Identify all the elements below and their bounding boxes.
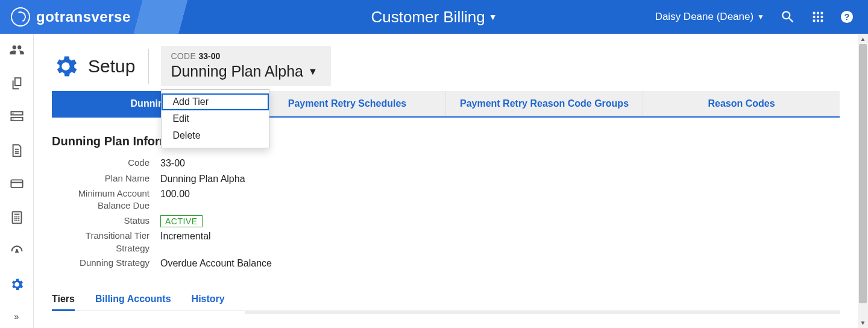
info-row-dunning-strategy: Dunning Strategy Overdue Account Balance [52, 257, 840, 270]
user-label: Daisy Deane (Deane) [655, 11, 753, 23]
info-row-trans-strategy: Transitional Tier Strategy Incremental [52, 230, 840, 254]
info-label: Minimum Account Balance Due [52, 188, 160, 212]
tab-payment-retry-schedules[interactable]: Payment Retry Schedules [248, 91, 445, 116]
topbar-right: Daisy Deane (Deane) ▼ ? [655, 9, 868, 25]
caret-down-icon: ▼ [757, 13, 764, 21]
info-value: 100.00 [160, 188, 190, 201]
info-label: Dunning Strategy [52, 257, 160, 269]
rail-expand-button[interactable]: » [0, 310, 34, 323]
tab-payment-retry-groups[interactable]: Payment Retry Reason Code Groups [445, 91, 643, 116]
subtab-history[interactable]: History [192, 294, 225, 311]
scroll-up-arrow[interactable]: ▲ [858, 34, 868, 44]
help-icon[interactable]: ? [840, 10, 854, 24]
info-row-plan-name: Plan Name Dunning Plan Alpha [52, 172, 840, 186]
subtab-billing-accounts[interactable]: Billing Accounts [95, 294, 171, 311]
setup-gear-large-icon [52, 52, 80, 80]
info-row-code: Code 33-00 [52, 157, 840, 170]
info-value: ACTIVE [160, 215, 203, 228]
svg-rect-4 [11, 180, 22, 188]
copy-icon[interactable] [9, 76, 25, 92]
subtabs: Tiers Billing Accounts History [52, 294, 840, 311]
info-value: Dunning Plan Alpha [160, 172, 245, 186]
user-menu[interactable]: Daisy Deane (Deane) ▼ [655, 11, 764, 23]
module-label: Customer Billing [371, 8, 485, 27]
svg-rect-5 [12, 212, 21, 223]
tab-reason-codes[interactable]: Reason Codes [643, 91, 840, 116]
menu-item-edit[interactable]: Edit [162, 110, 269, 127]
vertical-scrollbar[interactable]: ▲ ▼ [858, 34, 868, 328]
plan-selector[interactable]: CODE 33-00 Dunning Plan Alpha ▼ [161, 46, 330, 86]
page-header: Setup CODE 33-00 Dunning Plan Alpha ▼ Ad… [52, 46, 840, 86]
brand-area: gotransverse [0, 0, 205, 34]
header-divider [148, 49, 149, 84]
plan-info-grid: Code 33-00 Plan Name Dunning Plan Alpha … [52, 157, 840, 270]
caret-down-icon: ▼ [308, 66, 318, 77]
info-value: Overdue Account Balance [160, 257, 272, 270]
setup-gear-icon[interactable] [9, 277, 25, 292]
brand-link[interactable]: gotransverse [11, 7, 131, 27]
info-label: Plan Name [52, 172, 160, 184]
brand-logo-icon [11, 7, 30, 27]
dashboard-icon[interactable] [9, 243, 25, 259]
brand-text: gotransverse [36, 8, 131, 25]
plan-code-value: 33-00 [199, 51, 221, 61]
info-row-status: Status ACTIVE [52, 215, 840, 228]
plan-actions-menu: Add Tier Edit Delete [161, 89, 269, 148]
plan-name-dropdown[interactable]: Dunning Plan Alpha ▼ [171, 63, 317, 80]
customers-icon[interactable] [9, 42, 25, 58]
topbar: gotransverse Customer Billing ▼ Daisy De… [0, 0, 868, 34]
svg-point-3 [12, 119, 13, 120]
plan-code-label: CODE [171, 51, 196, 61]
caret-down-icon: ▼ [489, 12, 497, 22]
info-value: Incremental [160, 230, 211, 243]
main-content: Setup CODE 33-00 Dunning Plan Alpha ▼ Ad… [34, 34, 858, 328]
status-badge: ACTIVE [160, 215, 203, 227]
servers-icon[interactable] [9, 109, 25, 125]
card-icon[interactable] [9, 176, 25, 192]
svg-text:?: ? [844, 12, 850, 22]
info-label: Code [52, 157, 160, 169]
info-label: Transitional Tier Strategy [52, 230, 160, 254]
menu-item-add-tier[interactable]: Add Tier [162, 93, 269, 110]
subtab-tiers[interactable]: Tiers [52, 294, 75, 311]
apps-grid-icon[interactable] [811, 10, 825, 24]
document-icon[interactable] [9, 143, 25, 159]
search-icon[interactable] [780, 9, 796, 25]
menu-item-delete[interactable]: Delete [162, 127, 269, 144]
scroll-down-arrow[interactable]: ▼ [858, 318, 868, 328]
page-title: Setup [88, 56, 135, 77]
calculator-icon[interactable] [9, 210, 25, 226]
info-value: 33-00 [160, 157, 185, 170]
svg-point-2 [12, 113, 13, 114]
plan-name: Dunning Plan Alpha [171, 63, 303, 80]
info-label: Status [52, 215, 160, 227]
module-switcher[interactable]: Customer Billing ▼ [371, 8, 497, 27]
left-rail: » [0, 34, 34, 328]
scroll-thumb[interactable] [859, 44, 867, 303]
info-row-min-balance: Minimum Account Balance Due 100.00 [52, 188, 840, 212]
